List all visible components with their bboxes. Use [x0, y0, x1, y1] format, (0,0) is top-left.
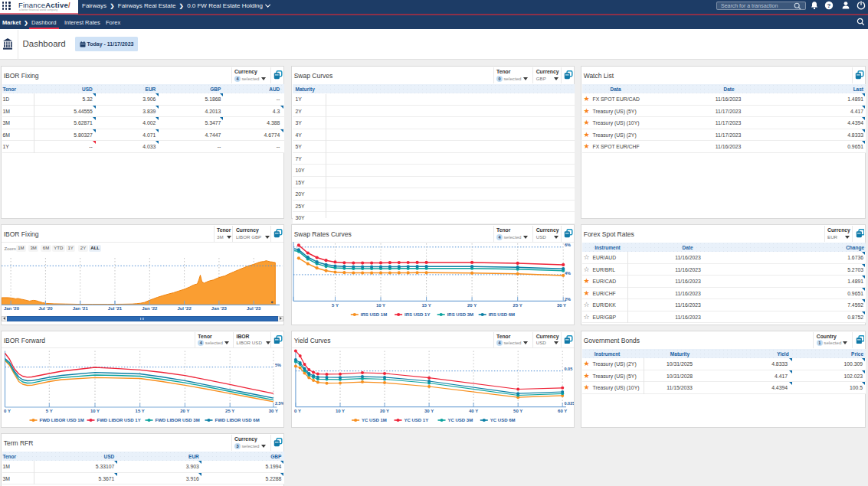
svg-text:Jul '23: Jul '23 — [247, 306, 261, 311]
svg-text:0.05: 0.05 — [564, 367, 572, 371]
svg-text:IRS USD 1M: IRS USD 1M — [360, 312, 386, 317]
svg-text:40 Y: 40 Y — [468, 409, 477, 413]
svg-text:FWD LIBOR USD 3M: FWD LIBOR USD 3M — [155, 418, 199, 422]
svg-text:?: ? — [827, 2, 831, 9]
svg-text:50 Y: 50 Y — [513, 409, 522, 413]
svg-text:5 Y: 5 Y — [45, 409, 52, 413]
svg-text:15 Y: 15 Y — [135, 409, 144, 413]
svg-text:25 Y: 25 Y — [513, 303, 522, 308]
svg-text:YC USD 1M: YC USD 1M — [362, 418, 387, 422]
svg-text:30 Y: 30 Y — [268, 409, 277, 413]
svg-text:0 Y: 0 Y — [294, 409, 301, 413]
svg-text:30 Y: 30 Y — [556, 303, 565, 308]
svg-text:25 Y: 25 Y — [225, 409, 234, 413]
svg-text:10 Y: 10 Y — [335, 409, 344, 413]
svg-text:10 Y: 10 Y — [375, 303, 385, 308]
svg-text:5%: 5% — [274, 362, 280, 367]
svg-text:Jul '21: Jul '21 — [107, 306, 122, 311]
svg-text:4%: 4% — [565, 271, 571, 276]
svg-text:Jul '22: Jul '22 — [177, 306, 192, 311]
svg-text:Jan '20: Jan '20 — [3, 306, 19, 311]
svg-text:30 Y: 30 Y — [424, 409, 433, 413]
svg-text:YC USD 1Y: YC USD 1Y — [404, 418, 428, 422]
svg-text:Jul '20: Jul '20 — [38, 306, 53, 311]
svg-text:60 Y: 60 Y — [558, 409, 567, 413]
svg-text:FWD LIBOR USD 1M: FWD LIBOR USD 1M — [39, 418, 84, 422]
svg-text:YC USD 3M: YC USD 3M — [447, 418, 473, 422]
svg-text:FWD LIBOR USD 6M: FWD LIBOR USD 6M — [215, 418, 259, 422]
svg-text:20 Y: 20 Y — [379, 409, 388, 413]
svg-text:2.5%: 2.5% — [274, 400, 283, 405]
svg-text:20 Y: 20 Y — [467, 303, 476, 308]
svg-text:IRS USD 6M: IRS USD 6M — [488, 312, 514, 317]
svg-text:2%: 2% — [565, 297, 571, 302]
svg-text:15 Y: 15 Y — [421, 303, 431, 308]
svg-text:Jan '23: Jan '23 — [211, 306, 227, 311]
svg-text:FWD LIBOR USD 1Y: FWD LIBOR USD 1Y — [97, 418, 140, 422]
svg-text:20 Y: 20 Y — [180, 409, 189, 413]
svg-text:IRS USD 3M: IRS USD 3M — [447, 312, 473, 317]
svg-text:IRS USD 1Y: IRS USD 1Y — [405, 312, 430, 317]
svg-text:Jan '22: Jan '22 — [142, 306, 158, 311]
svg-text:0 Y: 0 Y — [4, 409, 11, 413]
svg-text:0.025: 0.025 — [564, 401, 574, 406]
svg-text:Jan '21: Jan '21 — [72, 306, 88, 311]
svg-text:10 Y: 10 Y — [90, 409, 99, 413]
svg-text:YC USD 6M: YC USD 6M — [490, 418, 515, 422]
svg-text:5 Y: 5 Y — [332, 303, 339, 308]
svg-text:6%: 6% — [565, 243, 571, 247]
